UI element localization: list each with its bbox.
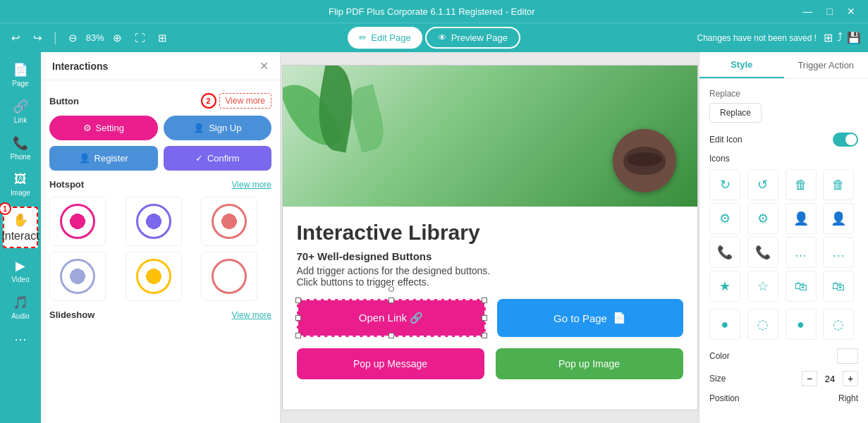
zoom-out-btn[interactable]: ⊖ (64, 29, 82, 47)
open-link-label: Open Link 🔗 (359, 312, 424, 324)
hotspot-view-more-btn[interactable]: View more (232, 180, 271, 190)
icon-gear-outline[interactable]: ⚙ (747, 203, 778, 234)
panel-close-btn[interactable]: ✕ (259, 59, 269, 73)
icon-refresh-alt[interactable]: ↺ (747, 169, 778, 200)
size-decr-btn[interactable]: − (802, 371, 817, 386)
canvas-subtitle: 70+ Well-designed Buttons (297, 250, 683, 262)
hotspot-item-2[interactable] (126, 197, 182, 246)
left-nav: 📄 Page 🔗 Link 📞 Phone 🖼 Image 1 ✋ Intera… (0, 52, 41, 423)
toolbar-icon-1[interactable]: ⊞ (824, 31, 833, 44)
handle-br (482, 333, 487, 338)
icon-dot-solid[interactable]: ● (709, 309, 740, 340)
undo-btn[interactable]: ↩ (7, 29, 25, 47)
slideshow-view-more-btn[interactable]: View more (232, 310, 271, 320)
icon-bag-outline[interactable]: 🛍 (823, 271, 854, 302)
interact-wrapper: 1 ✋ Interact (3, 207, 38, 248)
sidebar-item-audio[interactable]: 🎵 Audio (3, 290, 38, 324)
grid-btn[interactable]: ⊞ (154, 29, 171, 47)
maximize-btn[interactable]: □ (823, 4, 837, 18)
expand-btn[interactable]: ⛶ (130, 29, 149, 47)
replace-btn[interactable]: Replace (709, 103, 762, 123)
zoom-in-btn[interactable]: ⊕ (109, 29, 126, 47)
toolbar-icon-2[interactable]: ⤴ (837, 31, 843, 44)
sidebar-item-link[interactable]: 🔗 Link (3, 94, 38, 128)
icon-star-outline[interactable]: ☆ (747, 271, 778, 302)
toolbar-center: ✏ Edit Page 👁 Preview Page (176, 27, 693, 49)
icon-user[interactable]: 👤 (786, 203, 817, 234)
redo-btn[interactable]: ↪ (29, 29, 47, 47)
hotspot-item-1[interactable] (49, 197, 106, 246)
icon-dot-solid2[interactable]: ● (786, 309, 817, 340)
icon-dot-outline[interactable]: ◌ (747, 309, 778, 340)
toolbar-right-icons: ⊞ ⤴ 💾 (824, 31, 861, 44)
icon-trash[interactable]: 🗑 (786, 169, 817, 200)
canvas-row2: Pop up Message Pop up Image (297, 348, 683, 379)
audio-label: Audio (11, 312, 30, 320)
icons-label: Icons (709, 154, 858, 164)
confirm-btn[interactable]: ✓ Confirm (164, 146, 272, 171)
separator-1: | (54, 30, 57, 45)
setting-btn[interactable]: ⚙ Setting (49, 116, 158, 140)
icon-user-outline[interactable]: 👤 (823, 203, 854, 234)
icon-dots[interactable]: … (786, 237, 817, 268)
sidebar-item-more[interactable]: ⋯ (3, 327, 38, 351)
slideshow-section-header: Slideshow View more (49, 309, 271, 320)
hotspot-circle-4 (60, 259, 95, 294)
open-link-btn[interactable]: Open Link 🔗 (297, 299, 486, 337)
icon-gear[interactable]: ⚙ (709, 203, 740, 234)
toolbar-icon-3[interactable]: 💾 (847, 31, 861, 44)
edit-icon-toggle[interactable] (833, 133, 858, 147)
icon-star[interactable]: ★ (709, 271, 740, 302)
hotspot-item-3[interactable] (201, 197, 257, 246)
coffee-liquid (627, 152, 662, 166)
handle-tm (389, 298, 394, 303)
canvas-area: Interactive Library 70+ Well-designed Bu… (281, 52, 699, 423)
edit-page-btn[interactable]: ✏ Edit Page (348, 27, 422, 49)
icon-dots-alt[interactable]: … (823, 237, 854, 268)
sidebar-item-phone[interactable]: 📞 Phone (3, 131, 38, 165)
link-label: Link (14, 116, 27, 124)
handle-bl (295, 333, 301, 338)
icon-trash-alt[interactable]: 🗑 (823, 169, 854, 200)
color-swatch[interactable] (837, 348, 858, 364)
icon-refresh[interactable]: ↻ (709, 169, 740, 200)
coffee-cup (613, 129, 676, 192)
size-controls: − 24 + (802, 371, 858, 386)
setting-label: Setting (96, 123, 124, 133)
sidebar-item-interact[interactable]: 1 ✋ Interact (3, 207, 38, 248)
page-label: Page (12, 80, 28, 87)
toolbar-right: Changes have not been saved ! ⊞ ⤴ 💾 (697, 31, 861, 44)
button-view-more-btn[interactable]: View more (219, 93, 271, 109)
button-view-more-area: 2 View more (201, 93, 271, 109)
popup-img-btn[interactable]: Pop up Image (496, 348, 683, 379)
hotspot-circle-6 (212, 259, 247, 294)
setting-icon: ⚙ (83, 123, 92, 133)
icon-dot-outline2[interactable]: ◌ (823, 309, 854, 340)
signup-btn[interactable]: 👤 Sign Up (164, 116, 272, 140)
sidebar-item-page[interactable]: 📄 Page (3, 58, 38, 92)
popup-msg-btn[interactable]: Pop up Message (297, 348, 484, 379)
icon-bag[interactable]: 🛍 (786, 271, 817, 302)
register-btn[interactable]: 👤 Register (49, 146, 158, 171)
right-panel: Style Trigger Action Replace Replace Edi… (699, 52, 868, 423)
minimize-btn[interactable]: — (799, 4, 817, 18)
icon-phone[interactable]: 📞 (709, 237, 740, 268)
hotspot-item-6[interactable] (201, 252, 257, 301)
hotspot-item-4[interactable] (49, 252, 106, 301)
right-panel-tabs: Style Trigger Action (699, 52, 868, 79)
goto-page-btn[interactable]: Go to Page 📄 (497, 299, 683, 337)
close-btn[interactable]: ✕ (843, 4, 860, 18)
size-incr-btn[interactable]: + (843, 371, 858, 386)
position-row: Position Right (709, 393, 858, 403)
icon-phone-alt[interactable]: 📞 (747, 237, 778, 268)
tab-style[interactable]: Style (699, 52, 784, 78)
hotspot-section-header: Hotspot View more (49, 179, 271, 190)
sidebar-item-image[interactable]: 🖼 Image (3, 168, 38, 201)
sidebar-item-video[interactable]: ▶ Video (3, 254, 38, 288)
preview-page-btn[interactable]: 👁 Preview Page (425, 27, 520, 49)
tab-trigger[interactable]: Trigger Action (784, 52, 869, 78)
hotspot-item-5[interactable] (126, 252, 182, 301)
canvas-top-bg (283, 66, 697, 207)
register-label: Register (94, 153, 128, 164)
preview-page-label: Preview Page (451, 32, 508, 43)
